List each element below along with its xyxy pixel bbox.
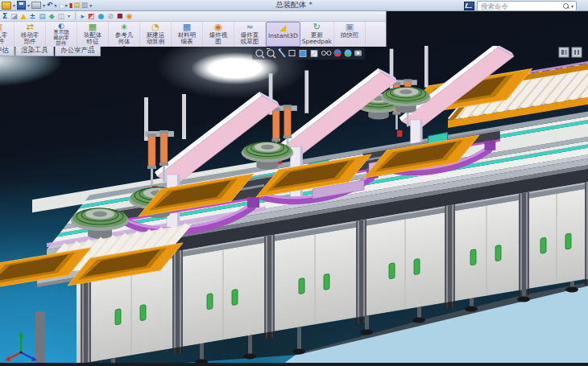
command-manager-tabs: 评估 渲染工具 办公室产品	[0, 46, 101, 56]
assembly-model[interactable]	[0, 46, 588, 363]
search-icon[interactable]	[563, 3, 569, 9]
options-icon[interactable]: ▥	[81, 2, 89, 9]
rebuild-icon[interactable]: ▮	[69, 2, 72, 9]
edit-appearance-icon[interactable]	[334, 50, 342, 57]
orientation-triad	[5, 331, 37, 361]
undo-icon[interactable]: ↶	[47, 2, 53, 9]
show-hidden-components-button[interactable]: ◐ 显示隐 藏的零 部件	[46, 22, 77, 47]
save-icon[interactable]	[17, 1, 26, 10]
search-caret-icon[interactable]: ▾	[571, 4, 574, 9]
command-search[interactable]: ▾	[477, 1, 577, 11]
ribbon: ▣ 插入零 部件 ▾ ⇄ 移动零 部件 ▾ ◐ 显示隐 藏的零 部件 ▦ 装配体…	[0, 22, 386, 47]
palette-icon[interactable]: ◩	[88, 12, 95, 20]
new-motion-study-button[interactable]: ◔ 新建运 动算例	[140, 22, 172, 47]
print-icon[interactable]	[31, 2, 41, 9]
tolerance-icon[interactable]: ±	[30, 12, 36, 20]
view-orientation-icon[interactable]	[300, 51, 306, 57]
solidworks-window: ▾ ▾ ▾ ↶▾ ▲▾ ▮ ▤ ▥▾ 总装配体 * ▾ Σ ◪ ▲ ± ▤ ◆	[0, 0, 588, 366]
headsup-toolbar[interactable]	[252, 47, 365, 60]
toolbar-divider: │	[73, 12, 77, 20]
apply-scene-icon[interactable]	[345, 50, 352, 57]
open-icon[interactable]	[2, 2, 11, 10]
exploded-view-button[interactable]: ◉ 爆炸视 图	[203, 22, 234, 47]
display-style-icon[interactable]	[311, 51, 317, 57]
explode-line-sketch-button[interactable]: ≈ 爆炸直 线草图	[234, 22, 266, 47]
command-manager: Σ ◪ ▲ ± ▤ ◆ ◫ ▾ │ ▸ ◩ ● ⊘ ■ ◉ ▣ 插入零 部件 ▾…	[0, 10, 387, 47]
ring-icon[interactable]: ◉	[126, 12, 133, 20]
assembly-features-button[interactable]: ▦ 装配体 特征 ▾	[77, 22, 109, 47]
insert-components-button[interactable]: ▣ 插入零 部件 ▾	[0, 22, 14, 47]
3d-viewport[interactable]	[0, 10, 588, 363]
take-snapshot-button[interactable]: ▣ 拍快照	[334, 22, 366, 47]
play-icon[interactable]: ▸	[81, 12, 85, 20]
appearance-icon[interactable]: ◆	[49, 12, 55, 20]
tab-render-tools[interactable]: 渲染工具	[15, 46, 54, 56]
update-speedpak-button[interactable]: ↻ 更新 Speedpak	[300, 22, 334, 47]
view-settings-icon[interactable]	[354, 51, 362, 56]
select-icon[interactable]: ▲	[57, 2, 64, 10]
more-icon[interactable]: ▾	[68, 12, 70, 20]
quick-access-toolbar: ▾ ▾ ▾ ↶▾ ▲▾ ▮ ▤ ▥▾	[0, 0, 93, 10]
tab-office-products[interactable]: 办公室产品	[55, 46, 101, 56]
table-icon[interactable]: ▤	[39, 12, 46, 20]
properties-icon[interactable]: ▤	[73, 2, 81, 9]
title-bar: ▾ ▾ ▾ ↶▾ ▲▾ ▮ ▤ ▥▾ 总装配体 * ▾	[0, 0, 588, 11]
bill-of-materials-button[interactable]: ▦ 材料明 细表	[172, 22, 203, 47]
split-pane-button[interactable]	[559, 47, 569, 57]
warning-icon[interactable]: ▲	[21, 12, 27, 20]
reference-geometry-button[interactable]: ∗ 参考几 何体 ▾	[109, 22, 140, 47]
globe-icon[interactable]: ●	[98, 12, 105, 20]
standard-toolbar: Σ ◪ ▲ ± ▤ ◆ ◫ ▾ │ ▸ ◩ ● ⊘ ■ ◉	[0, 10, 386, 22]
sum-icon[interactable]: Σ	[2, 12, 7, 20]
move-component-button[interactable]: ⇄ 移动零 部件 ▾	[14, 22, 46, 47]
disable-icon[interactable]: ⊘	[107, 12, 114, 20]
filter-icon[interactable]: ◪	[10, 12, 18, 20]
tab-evaluate[interactable]: 评估	[0, 46, 14, 56]
collapse-pane-button[interactable]	[572, 47, 582, 57]
compare-icon[interactable]: ◫	[58, 12, 65, 20]
app-logo-icon	[464, 2, 474, 10]
status-bar	[0, 363, 588, 366]
search-input[interactable]	[479, 2, 563, 11]
material-icon[interactable]: ■	[117, 12, 123, 20]
instant3d-button[interactable]: ◢ Instant3D	[266, 22, 300, 47]
